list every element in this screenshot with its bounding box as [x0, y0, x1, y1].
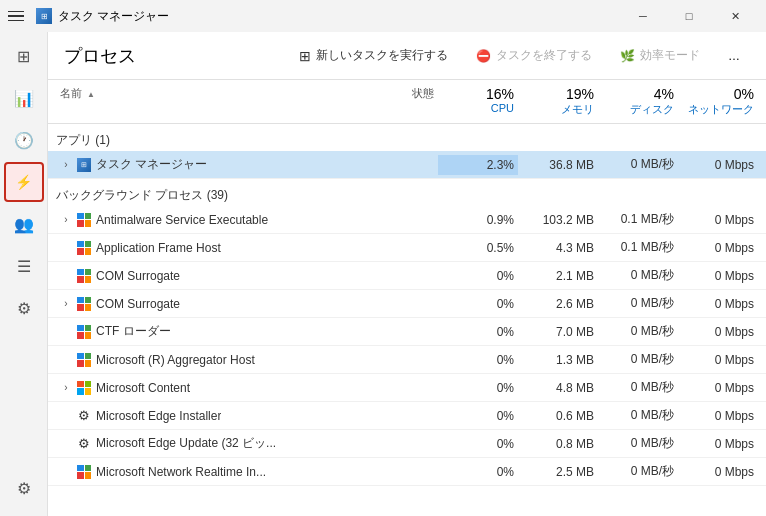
th-disk[interactable]: 4% ディスク: [598, 80, 678, 123]
cell-disk: 0 MB/秒: [598, 292, 678, 315]
cell-cpu: 0%: [438, 266, 518, 286]
cell-network: 0 Mbps: [678, 378, 758, 398]
table-row[interactable]: Microsoft (R) Aggregator Host 0% 1.3 MB …: [48, 346, 766, 374]
cell-cpu: 0.9%: [438, 210, 518, 230]
table-body: アプリ (1) › ⊞ タスク マネージャー 2.3% 36.8 MB 0 MB…: [48, 124, 766, 486]
process-icon: [76, 380, 92, 396]
cell-cpu: 0%: [438, 322, 518, 342]
main-container: ⊞ 📊 🕐 ⚡ 👥 ☰ ⚙ ⚙ プロセス ⊞ 新しいタスクを実: [0, 32, 766, 516]
table-row[interactable]: › ⊞ タスク マネージャー 2.3% 36.8 MB 0 MB/秒 0 Mbp…: [48, 151, 766, 179]
users-icon: 👥: [14, 215, 34, 234]
efficiency-button[interactable]: 🌿 効率モード: [610, 42, 710, 69]
end-task-button[interactable]: ⛔ タスクを終了する: [466, 42, 602, 69]
table-row[interactable]: › Antimalware Service Executable 0.9% 10…: [48, 206, 766, 234]
process-table[interactable]: 名前 ▲ 状態 16% CPU 19% メモリ 4% ディスク: [48, 80, 766, 516]
process-name: Microsoft Edge Update (32 ビッ...: [96, 435, 276, 452]
more-button[interactable]: …: [718, 40, 750, 72]
page-title: プロセス: [64, 44, 281, 68]
cell-cpu: 2.3%: [438, 155, 518, 175]
table-row[interactable]: COM Surrogate 0% 2.1 MB 0 MB/秒 0 Mbps: [48, 262, 766, 290]
process-name: Application Frame Host: [96, 241, 221, 255]
performance-icon: 📊: [14, 89, 34, 108]
table-row[interactable]: Microsoft Network Realtime In... 0% 2.5 …: [48, 458, 766, 486]
history-icon: 🕐: [14, 131, 34, 150]
efficiency-icon: 🌿: [620, 49, 635, 63]
cell-name: Microsoft Network Realtime In...: [56, 461, 358, 483]
cell-name: ⚙ Microsoft Edge Update (32 ビッ...: [56, 432, 358, 455]
cell-name: CTF ローダー: [56, 320, 358, 343]
cell-status: [358, 385, 438, 391]
end-task-icon: ⛔: [476, 49, 491, 63]
th-network[interactable]: 0% ネットワーク: [678, 80, 758, 123]
services-icon: ⚙: [17, 299, 31, 318]
cell-network: 0 Mbps: [678, 210, 758, 230]
sidebar-item-overview[interactable]: ⊞: [4, 36, 44, 76]
cell-status: [358, 245, 438, 251]
titlebar: ⊞ タスク マネージャー ─ □ ✕: [0, 0, 766, 32]
process-name: CTF ローダー: [96, 323, 171, 340]
process-icon: [76, 240, 92, 256]
process-name: COM Surrogate: [96, 269, 180, 283]
table-row[interactable]: Application Frame Host 0.5% 4.3 MB 0.1 M…: [48, 234, 766, 262]
cell-status: [358, 162, 438, 168]
expand-arrow[interactable]: ›: [60, 159, 72, 170]
cell-status: [358, 217, 438, 223]
process-icon: [76, 268, 92, 284]
sidebar-item-startup[interactable]: ⚡: [4, 162, 44, 202]
process-icon: ⚙: [76, 408, 92, 424]
cell-disk: 0 MB/秒: [598, 376, 678, 399]
process-icon: ⚙: [76, 436, 92, 452]
cell-name: Microsoft (R) Aggregator Host: [56, 349, 358, 371]
sidebar-item-services[interactable]: ⚙: [4, 288, 44, 328]
cell-network: 0 Mbps: [678, 266, 758, 286]
cell-memory: 4.3 MB: [518, 238, 598, 258]
sidebar-item-details[interactable]: ☰: [4, 246, 44, 286]
sidebar-item-users[interactable]: 👥: [4, 204, 44, 244]
cell-memory: 2.1 MB: [518, 266, 598, 286]
cell-status: [358, 469, 438, 475]
cell-cpu: 0%: [438, 294, 518, 314]
table-row[interactable]: ⚙ Microsoft Edge Update (32 ビッ... 0% 0.8…: [48, 430, 766, 458]
cell-network: 0 Mbps: [678, 462, 758, 482]
cell-memory: 36.8 MB: [518, 155, 598, 175]
minimize-button[interactable]: ─: [620, 0, 666, 32]
sidebar-item-performance[interactable]: 📊: [4, 78, 44, 118]
cell-status: [358, 273, 438, 279]
cell-cpu: 0%: [438, 350, 518, 370]
th-cpu[interactable]: 16% CPU: [438, 80, 518, 123]
expand-arrow[interactable]: ›: [60, 298, 72, 309]
menu-icon[interactable]: [8, 6, 28, 26]
table-row[interactable]: ⚙ Microsoft Edge Installer 0% 0.6 MB 0 M…: [48, 402, 766, 430]
table-row[interactable]: › Microsoft Content 0% 4.8 MB 0 MB/秒 0 M…: [48, 374, 766, 402]
maximize-button[interactable]: □: [666, 0, 712, 32]
process-name: Microsoft (R) Aggregator Host: [96, 353, 255, 367]
th-status: 状態: [358, 80, 438, 123]
details-icon: ☰: [17, 257, 31, 276]
process-name: COM Surrogate: [96, 297, 180, 311]
sidebar-item-settings[interactable]: ⚙: [4, 468, 44, 508]
sidebar-item-history[interactable]: 🕐: [4, 120, 44, 160]
close-button[interactable]: ✕: [712, 0, 758, 32]
cell-status: [358, 329, 438, 335]
process-icon: ⊞: [76, 157, 92, 173]
cell-cpu: 0%: [438, 406, 518, 426]
more-icon: …: [728, 49, 740, 63]
th-name[interactable]: 名前 ▲: [56, 80, 358, 123]
th-memory[interactable]: 19% メモリ: [518, 80, 598, 123]
cell-disk: 0 MB/秒: [598, 320, 678, 343]
cell-disk: 0 MB/秒: [598, 264, 678, 287]
table-row[interactable]: › COM Surrogate 0% 2.6 MB 0 MB/秒 0 Mbps: [48, 290, 766, 318]
cell-memory: 1.3 MB: [518, 350, 598, 370]
expand-arrow[interactable]: ›: [60, 214, 72, 225]
new-task-icon: ⊞: [299, 48, 311, 64]
expand-arrow[interactable]: ›: [60, 382, 72, 393]
new-task-button[interactable]: ⊞ 新しいタスクを実行する: [289, 42, 458, 69]
section-header-0: アプリ (1): [48, 124, 766, 151]
process-name: Antimalware Service Executable: [96, 213, 268, 227]
new-task-label: 新しいタスクを実行する: [316, 47, 448, 64]
cell-memory: 2.5 MB: [518, 462, 598, 482]
process-name: タスク マネージャー: [96, 156, 207, 173]
cell-disk: 0 MB/秒: [598, 348, 678, 371]
table-row[interactable]: CTF ローダー 0% 7.0 MB 0 MB/秒 0 Mbps: [48, 318, 766, 346]
cell-network: 0 Mbps: [678, 155, 758, 175]
